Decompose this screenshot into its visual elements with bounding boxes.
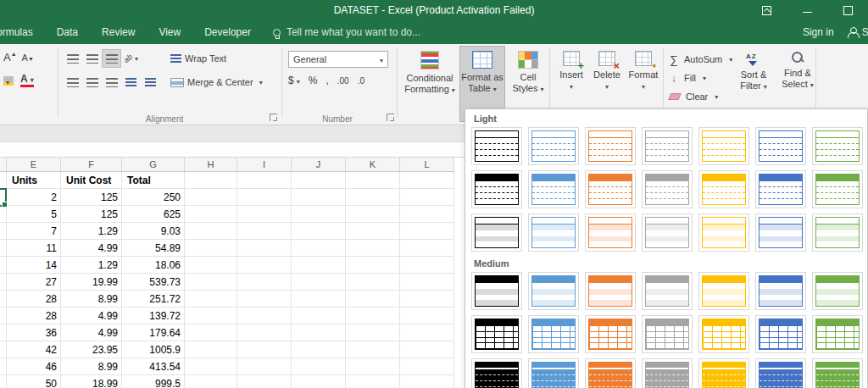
table-style-medium-green[interactable] (812, 272, 863, 310)
sheet-cell[interactable] (0, 223, 7, 240)
sheet-cell[interactable] (400, 324, 454, 341)
sheet-cell[interactable] (400, 257, 454, 274)
sheet-cell[interactable]: 4.99 (61, 240, 122, 257)
sheet-cell[interactable] (0, 206, 7, 223)
minimize-icon[interactable] (803, 12, 812, 13)
sheet-cell[interactable] (237, 375, 292, 388)
table-style-medium-green[interactable] (812, 358, 863, 388)
sheet-cell[interactable] (346, 375, 400, 388)
table-style-light-gold[interactable] (698, 127, 749, 165)
sheet-cell[interactable] (292, 308, 346, 324)
sheet-cell[interactable] (237, 308, 292, 324)
ribbon-display-options-icon[interactable] (762, 6, 771, 15)
sheet-cell[interactable] (292, 375, 346, 388)
table-style-light-gold[interactable] (698, 213, 749, 252)
sheet-cell[interactable] (237, 172, 292, 189)
tab-data[interactable]: Data (45, 20, 90, 44)
sheet-cell[interactable] (400, 172, 454, 189)
table-style-medium-gold[interactable] (698, 272, 749, 310)
sheet-cell[interactable]: 18.06 (122, 257, 185, 274)
increase-indent-icon[interactable] (141, 73, 160, 91)
sheet-cell[interactable] (237, 257, 292, 274)
sheet-cell[interactable] (292, 274, 346, 291)
table-style-medium-black[interactable] (471, 315, 522, 353)
sheet-cell[interactable] (0, 172, 7, 189)
table-style-medium-orange[interactable] (585, 358, 636, 388)
sheet-cell[interactable] (292, 358, 346, 375)
sheet-cell[interactable]: 139.72 (122, 308, 185, 324)
table-style-light-black[interactable] (471, 213, 522, 252)
sheet-cell[interactable] (185, 341, 237, 358)
sheet-cell[interactable]: 4.99 (61, 308, 122, 324)
sheet-cell[interactable] (346, 324, 400, 341)
sheet-cell[interactable]: 251.72 (122, 291, 185, 308)
sheet-cell[interactable]: 1.29 (61, 257, 122, 274)
sheet-cell[interactable] (185, 358, 237, 375)
percent-button[interactable]: % (309, 75, 318, 86)
sheet-cell[interactable] (292, 240, 346, 257)
sheet-cell[interactable] (237, 223, 292, 240)
sheet-cell[interactable] (237, 206, 292, 223)
fill-color-icon[interactable] (3, 76, 14, 86)
sheet-cell[interactable] (400, 308, 454, 324)
sheet-cell[interactable] (185, 240, 237, 257)
sheet-cell[interactable]: 9.03 (122, 223, 185, 240)
bottom-align-icon[interactable] (102, 49, 121, 68)
number-dialog-launcher[interactable] (387, 114, 394, 121)
table-style-medium-gray[interactable] (642, 272, 693, 310)
wrap-text-button[interactable]: Wrap Text (168, 50, 229, 67)
middle-align-icon[interactable] (82, 49, 102, 68)
clear-button[interactable]: Clear (668, 89, 718, 104)
decrease-font-icon[interactable]: A▼ (22, 53, 34, 63)
sheet-cell[interactable] (400, 341, 454, 358)
align-center-icon[interactable] (82, 73, 102, 91)
sheet-cell[interactable]: 413.54 (122, 358, 185, 375)
sheet-cell[interactable] (292, 324, 346, 341)
column-header[interactable]: L (400, 158, 454, 171)
table-style-medium-blue[interactable] (528, 315, 579, 353)
font-color-icon[interactable]: A (20, 75, 34, 87)
align-left-icon[interactable] (63, 73, 82, 91)
sheet-cell[interactable] (292, 223, 346, 240)
sheet-cell[interactable]: 2 (7, 189, 61, 206)
sheet-cell[interactable] (185, 206, 237, 223)
sheet-cell[interactable] (400, 206, 454, 223)
sheet-cell[interactable]: 250 (122, 189, 185, 206)
sheet-cell[interactable]: 42 (7, 341, 61, 358)
column-header[interactable]: H (185, 158, 237, 171)
fill-button[interactable]: ↓ Fill (668, 70, 706, 86)
sheet-cell[interactable]: Unit Cost (61, 172, 122, 189)
column-header[interactable]: F (61, 158, 122, 171)
sheet-cell[interactable] (292, 341, 346, 358)
top-align-icon[interactable] (63, 49, 82, 68)
increase-font-icon[interactable]: A▲ (3, 51, 17, 64)
tab-developer[interactable]: Developer (192, 20, 263, 44)
conditional-formatting-button[interactable]: Conditional Formatting (405, 46, 454, 122)
sheet-cell[interactable] (237, 358, 292, 375)
sheet-cell[interactable] (0, 341, 7, 358)
sheet-cell[interactable]: 54.89 (122, 240, 185, 257)
sheet-cell[interactable] (400, 189, 454, 206)
table-style-light-gray[interactable] (642, 213, 693, 252)
table-style-medium-orange[interactable] (585, 315, 636, 353)
table-style-light-blue[interactable] (528, 127, 579, 165)
table-style-light-gold[interactable] (698, 170, 749, 208)
table-style-medium-blue[interactable] (528, 272, 579, 310)
sheet-cell[interactable] (237, 189, 292, 206)
sheet-cell[interactable] (292, 172, 346, 189)
share-button[interactable]: Sha (848, 26, 868, 38)
sheet-cell[interactable] (346, 358, 400, 375)
sheet-cell[interactable] (0, 308, 7, 324)
table-style-medium-gray[interactable] (642, 358, 693, 388)
sheet-cell[interactable]: 11 (7, 240, 61, 257)
sheet-cell[interactable] (0, 375, 7, 388)
table-style-light-orange[interactable] (585, 127, 636, 165)
sheet-cell[interactable]: 125 (61, 189, 122, 206)
table-style-medium-black[interactable] (471, 272, 522, 310)
sheet-cell[interactable]: 36 (7, 324, 61, 341)
table-style-medium-green[interactable] (812, 315, 863, 353)
table-style-light-indigo[interactable] (755, 213, 806, 252)
sheet-cell[interactable] (185, 324, 237, 341)
sheet-cell[interactable] (346, 308, 400, 324)
table-style-medium-indigo[interactable] (755, 272, 806, 310)
